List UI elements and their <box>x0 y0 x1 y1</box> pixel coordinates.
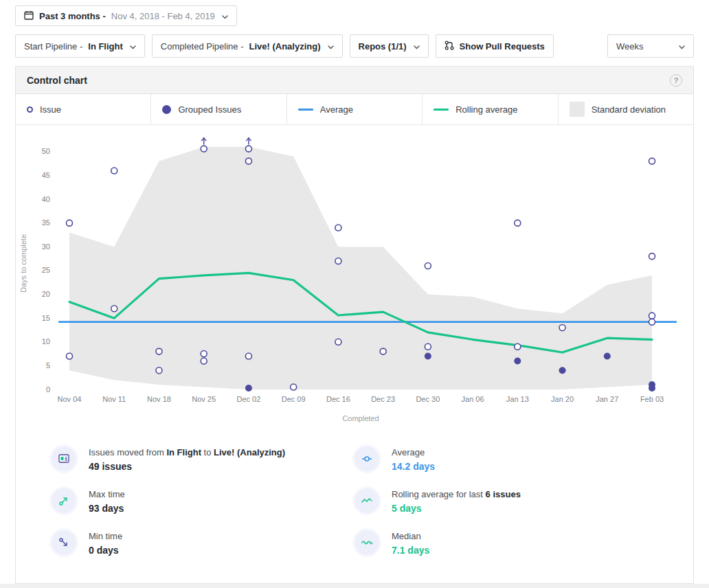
svg-text:Jan 06: Jan 06 <box>462 395 484 403</box>
median-icon <box>354 530 379 555</box>
completed-pipeline-prefix: Completed Pipeline - <box>161 41 244 52</box>
svg-text:Dec 16: Dec 16 <box>326 395 350 403</box>
legend-label: Average <box>320 104 353 115</box>
svg-text:15: 15 <box>42 314 50 322</box>
svg-text:Jan 27: Jan 27 <box>596 395 618 403</box>
svg-text:Days to complete: Days to complete <box>19 234 27 293</box>
show-pull-requests-label: Show Pull Requests <box>460 41 545 52</box>
stats-summary: Issues moved from In Flight to Live! (An… <box>16 427 693 572</box>
svg-text:50: 50 <box>42 147 50 155</box>
svg-text:5: 5 <box>46 361 50 370</box>
next-section-partial <box>0 584 709 588</box>
legend-item-average[interactable]: Average <box>287 94 423 124</box>
date-range-dates: Nov 4, 2018 - Feb 4, 2019 <box>111 11 215 21</box>
pull-request-icon <box>444 41 454 52</box>
svg-text:25: 25 <box>42 266 50 274</box>
svg-text:Feb 03: Feb 03 <box>640 395 664 403</box>
svg-text:30: 30 <box>42 242 50 251</box>
stat-value: 93 days <box>89 503 125 514</box>
stat-label: Issues moved from In Flight to Live! (An… <box>89 447 285 457</box>
repos-dropdown[interactable]: Repos (1/1) <box>350 34 429 58</box>
stats-right-column: Average 14.2 days Rolling average for la… <box>354 446 693 572</box>
svg-text:20: 20 <box>42 290 50 298</box>
stat-value: 7.1 days <box>392 545 429 556</box>
stat-min-time: Min time 0 days <box>52 530 354 556</box>
svg-text:35: 35 <box>42 218 50 227</box>
chart-area: 05101520253035404550Nov 04Nov 11Nov 18No… <box>16 125 693 427</box>
issues-moved-icon <box>52 446 76 471</box>
completed-pipeline-dropdown[interactable]: Completed Pipeline - Live! (Analyzing) <box>152 34 343 58</box>
stats-left-column: Issues moved from In Flight to Live! (An… <box>16 446 354 572</box>
date-range-period: Past 3 months - <box>39 11 106 21</box>
svg-text:Completed: Completed <box>342 414 379 422</box>
stat-max-time: Max time 93 days <box>52 488 354 514</box>
chart-legend: Issue Grouped Issues Average Rolling ave… <box>16 94 693 125</box>
svg-text:40: 40 <box>42 195 50 203</box>
panel-header: Control chart ? <box>16 67 693 94</box>
svg-text:Dec 09: Dec 09 <box>282 395 306 403</box>
max-time-icon <box>52 488 76 513</box>
stat-value: 14.2 days <box>392 461 435 472</box>
stat-label-part: Rolling average for last <box>392 489 486 499</box>
chevron-down-icon <box>679 41 685 52</box>
page-title: Control chart <box>27 75 87 86</box>
control-chart-panel: Control chart ? Issue Grouped Issues Ave… <box>15 66 694 584</box>
rolling-average-line-marker-icon <box>434 109 449 111</box>
stat-median: Median 7.1 days <box>354 530 693 556</box>
stat-label: Average <box>392 447 435 457</box>
stat-label: Median <box>392 531 429 541</box>
stat-label: Rolling average for last 6 issues <box>392 489 521 499</box>
stat-label-part: to <box>201 447 214 457</box>
min-time-icon <box>52 530 76 555</box>
standard-deviation-swatch-icon <box>570 102 585 117</box>
interval-value: Weeks <box>616 41 644 52</box>
stat-label-part: Issues moved from <box>89 447 166 457</box>
average-line-marker-icon <box>298 109 313 111</box>
svg-text:Nov 25: Nov 25 <box>192 395 216 403</box>
stat-label-pipeline-to: Live! (Analyzing) <box>214 447 285 457</box>
legend-item-issue[interactable]: Issue <box>16 94 151 124</box>
start-pipeline-dropdown[interactable]: Start Pipeline - In Flight <box>15 34 145 58</box>
chevron-down-icon <box>328 41 334 52</box>
stat-label: Max time <box>89 489 125 499</box>
chevron-down-icon <box>414 41 420 52</box>
interval-dropdown[interactable]: Weeks <box>607 34 694 58</box>
svg-text:Nov 11: Nov 11 <box>102 395 126 403</box>
calendar-icon <box>24 10 34 22</box>
legend-label: Issue <box>40 104 61 115</box>
legend-label: Grouped Issues <box>178 104 241 115</box>
svg-text:Nov 18: Nov 18 <box>147 395 171 403</box>
legend-item-rolling-average[interactable]: Rolling average <box>423 94 558 124</box>
stat-label-count: 6 issues <box>486 489 521 499</box>
stat-value: 49 issues <box>89 461 285 472</box>
toolbar-date: Past 3 months - Nov 4, 2018 - Feb 4, 201… <box>0 0 709 26</box>
rolling-average-icon <box>354 488 379 513</box>
repos-label: Repos (1/1) <box>359 41 407 52</box>
stat-label-pipeline-from: In Flight <box>166 447 201 457</box>
chevron-down-icon <box>130 41 136 52</box>
svg-text:Dec 02: Dec 02 <box>236 395 260 403</box>
legend-item-grouped-issues[interactable]: Grouped Issues <box>151 94 286 124</box>
date-range-button[interactable]: Past 3 months - Nov 4, 2018 - Feb 4, 201… <box>15 5 237 26</box>
legend-item-standard-deviation[interactable]: Standard deviation <box>559 94 693 124</box>
svg-text:Jan 20: Jan 20 <box>551 395 574 403</box>
control-chart-canvas[interactable]: 05101520253035404550Nov 04Nov 11Nov 18No… <box>16 125 693 427</box>
stat-value: 0 days <box>89 545 122 556</box>
legend-label: Rolling average <box>455 104 517 115</box>
legend-label: Standard deviation <box>592 104 666 115</box>
svg-text:Dec 30: Dec 30 <box>416 395 440 403</box>
start-pipeline-value: In Flight <box>88 41 123 52</box>
stat-label: Min time <box>89 531 122 541</box>
stat-issues-moved: Issues moved from In Flight to Live! (An… <box>52 446 354 472</box>
chevron-down-icon <box>222 11 228 21</box>
grouped-issues-marker-icon <box>162 105 171 114</box>
help-icon[interactable]: ? <box>670 74 682 87</box>
stat-rolling-average: Rolling average for last 6 issues 5 days <box>354 488 693 514</box>
svg-text:0: 0 <box>46 385 50 394</box>
svg-text:Jan 13: Jan 13 <box>506 395 529 403</box>
svg-text:Nov 04: Nov 04 <box>58 395 82 403</box>
show-pull-requests-button[interactable]: Show Pull Requests <box>436 34 554 58</box>
svg-text:Dec 23: Dec 23 <box>371 395 395 403</box>
average-icon <box>354 446 379 471</box>
filter-bar: Start Pipeline - In Flight Completed Pip… <box>15 34 694 58</box>
